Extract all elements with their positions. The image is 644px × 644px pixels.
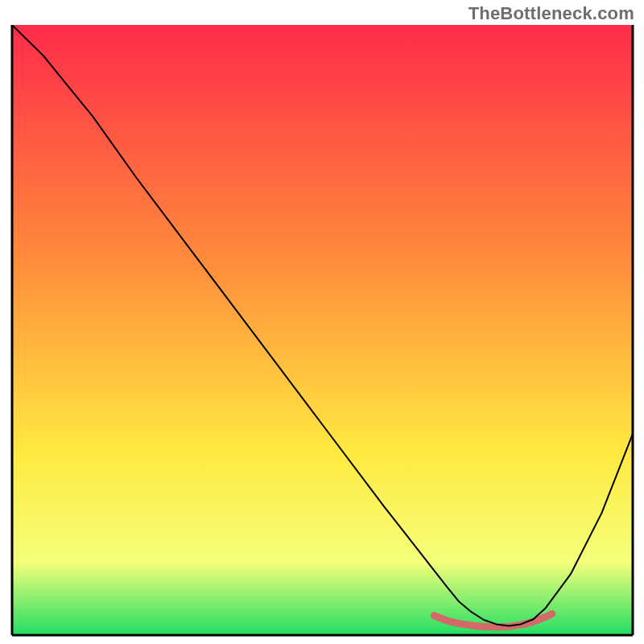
chart-container: TheBottleneck.com [0,0,644,644]
plot-background [12,25,633,635]
bottleneck-chart [10,25,634,637]
watermark-label: TheBottleneck.com [469,3,634,24]
